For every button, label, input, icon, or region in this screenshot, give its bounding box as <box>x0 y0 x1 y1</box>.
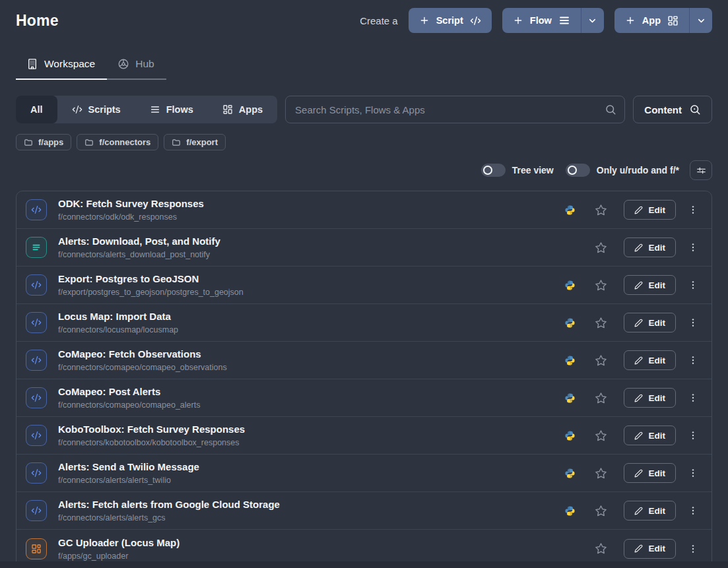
filter-apps[interactable]: Apps <box>208 96 277 123</box>
list-item[interactable]: Alerts: Download, Post, and Notify f/con… <box>17 229 711 267</box>
folder-chip-label: f/apps <box>38 137 63 147</box>
edit-button[interactable]: Edit <box>624 463 677 483</box>
item-title: ODK: Fetch Survey Responses <box>58 198 564 210</box>
search-wrap <box>285 96 625 123</box>
edit-button[interactable]: Edit <box>624 426 677 445</box>
language-badge-slot <box>564 468 576 479</box>
favorite-star-button[interactable] <box>595 467 607 480</box>
item-title: Alerts: Fetch alerts from Google Cloud S… <box>58 499 564 511</box>
item-path: f/connectors/alerts/alerts_gcs <box>58 513 564 522</box>
plus-icon <box>625 15 636 26</box>
create-app-group: App <box>614 8 712 33</box>
tab-workspace[interactable]: Workspace <box>16 58 107 80</box>
create-script-group: Script <box>409 8 492 33</box>
owner-filter-toggle[interactable] <box>566 164 590 177</box>
flow-icon <box>26 237 47 258</box>
tree-view-toggle[interactable] <box>481 164 506 177</box>
pencil-icon <box>634 206 643 214</box>
kebab-icon <box>688 505 698 517</box>
favorite-star-button[interactable] <box>595 429 607 442</box>
favorite-star-button[interactable] <box>595 241 607 254</box>
star-icon <box>595 241 607 254</box>
edit-button[interactable]: Edit <box>624 237 677 257</box>
language-badge-slot <box>564 280 576 291</box>
item-title: Alerts: Download, Post, and Notify <box>58 236 564 247</box>
edit-button[interactable]: Edit <box>624 388 677 408</box>
app-icon <box>222 104 233 115</box>
create-app-button[interactable]: App <box>614 8 689 33</box>
favorite-star-button[interactable] <box>595 542 607 555</box>
edit-button-label: Edit <box>649 431 666 441</box>
kebab-menu-button[interactable] <box>686 428 700 443</box>
page-header: Home Create a Script Flow <box>0 0 728 33</box>
list-item[interactable]: Alerts: Fetch alerts from Google Cloud S… <box>17 492 711 530</box>
list-item[interactable]: Alerts: Send a Twilio Message f/connecto… <box>17 455 711 492</box>
list-item[interactable]: CoMapeo: Post Alerts f/connectors/comape… <box>17 379 711 417</box>
create-app-dropdown-button[interactable] <box>689 8 712 33</box>
kebab-menu-button[interactable] <box>686 315 700 330</box>
edit-button[interactable]: Edit <box>624 501 677 521</box>
edit-button[interactable]: Edit <box>624 313 677 332</box>
item-list: ODK: Fetch Survey Responses f/connectors… <box>16 191 712 568</box>
list-item[interactable]: Locus Map: Import Data f/connectors/locu… <box>17 304 711 342</box>
kebab-menu-button[interactable] <box>686 503 700 518</box>
chevron-down-icon <box>587 16 597 26</box>
list-item[interactable]: ODK: Fetch Survey Responses f/connectors… <box>17 191 711 229</box>
create-script-label: Script <box>436 15 463 26</box>
edit-button[interactable]: Edit <box>624 200 677 220</box>
favorite-star-button[interactable] <box>595 392 607 404</box>
tab-hub-label: Hub <box>135 58 154 70</box>
edit-button-label: Edit <box>649 243 666 253</box>
favorite-star-button[interactable] <box>595 279 607 292</box>
code-icon <box>470 15 481 26</box>
filter-all[interactable]: All <box>16 96 57 123</box>
create-flow-button[interactable]: Flow <box>502 8 581 33</box>
kebab-menu-button[interactable] <box>686 278 700 292</box>
script-icon <box>26 199 47 220</box>
item-path: f/connectors/alerts/alerts_twilio <box>58 476 564 485</box>
display-settings-button[interactable] <box>690 160 712 180</box>
favorite-star-button[interactable] <box>595 505 607 517</box>
favorite-star-button[interactable] <box>595 317 607 329</box>
code-icon <box>31 355 42 365</box>
star-icon <box>595 317 607 329</box>
kebab-menu-button[interactable] <box>686 542 700 556</box>
python-icon <box>564 468 576 479</box>
kebab-icon <box>688 241 698 253</box>
kebab-menu-button[interactable] <box>686 240 700 255</box>
edit-button-label: Edit <box>649 356 666 365</box>
python-icon <box>564 393 576 404</box>
content-button[interactable]: Content <box>633 96 712 123</box>
language-badge-slot <box>564 430 576 441</box>
favorite-star-button[interactable] <box>595 354 607 367</box>
favorite-star-button[interactable] <box>595 204 607 216</box>
list-item[interactable]: CoMapeo: Fetch Observations f/connectors… <box>17 342 711 379</box>
item-text: GC Uploader (Locus Map) f/apps/gc_upload… <box>58 537 564 561</box>
list-item[interactable]: KoboToolbox: Fetch Survey Responses f/co… <box>17 417 711 455</box>
list-item[interactable]: Export: Postgres to GeoJSON f/export/pos… <box>17 267 711 304</box>
filter-flows[interactable]: Flows <box>135 96 208 123</box>
create-script-button[interactable]: Script <box>409 8 492 33</box>
star-icon <box>595 429 607 442</box>
kebab-menu-button[interactable] <box>686 391 700 405</box>
app-icon <box>667 15 678 26</box>
folder-chip-export[interactable]: f/export <box>164 134 226 150</box>
pencil-icon <box>634 356 643 365</box>
edit-button[interactable]: Edit <box>624 539 677 559</box>
folder-chip-connectors[interactable]: f/connectors <box>77 134 158 150</box>
folder-chip-apps[interactable]: f/apps <box>16 134 71 150</box>
kebab-menu-button[interactable] <box>686 466 700 480</box>
create-flow-dropdown-button[interactable] <box>581 8 604 33</box>
kebab-menu-button[interactable] <box>686 353 700 367</box>
search-input[interactable] <box>285 96 625 123</box>
content-search-icon <box>689 104 701 115</box>
edit-button-label: Edit <box>649 318 666 328</box>
item-path: f/connectors/kobotoolbox/kobotoolbox_res… <box>58 438 564 447</box>
edit-button[interactable]: Edit <box>624 350 677 370</box>
kebab-menu-button[interactable] <box>686 203 700 217</box>
filter-scripts[interactable]: Scripts <box>57 96 135 123</box>
edit-button[interactable]: Edit <box>624 275 677 295</box>
tab-hub[interactable]: Hub <box>107 58 166 80</box>
content-button-label: Content <box>644 104 682 115</box>
language-badge-slot <box>564 505 576 517</box>
